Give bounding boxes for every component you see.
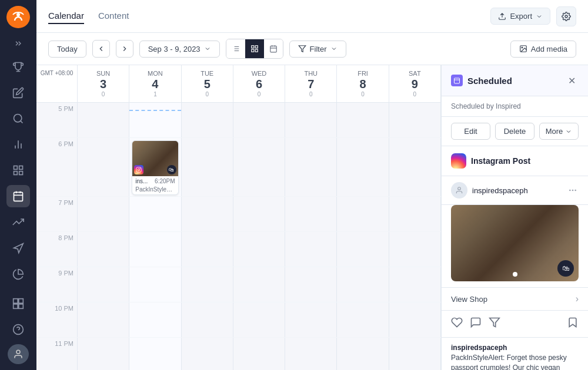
- app-logo[interactable]: [6, 6, 30, 28]
- like-icon[interactable]: [451, 317, 463, 331]
- day-header-wed[interactable]: Wed 6 0: [233, 65, 285, 102]
- cell-tue-7pm[interactable]: [182, 197, 233, 231]
- cell-thu-9pm[interactable]: [285, 267, 337, 302]
- cell-sat-8pm[interactable]: [389, 232, 441, 267]
- cell-sat-7pm[interactable]: [389, 197, 441, 231]
- day-header-sun[interactable]: Sun 3 0: [78, 65, 129, 102]
- share-icon[interactable]: [489, 317, 500, 331]
- cell-wed-10pm[interactable]: [233, 302, 285, 337]
- cell-tue-11pm[interactable]: [182, 338, 233, 370]
- cell-sat-5pm[interactable]: [389, 103, 441, 137]
- view-shop-row[interactable]: View Shop ›: [442, 288, 588, 311]
- cell-mon-11pm[interactable]: [129, 338, 181, 370]
- sidebar-item-campaigns[interactable]: [6, 237, 30, 259]
- sidebar-item-analytics[interactable]: [6, 133, 30, 156]
- cell-tue-8pm[interactable]: [182, 232, 233, 267]
- sidebar-item-growth[interactable]: [6, 211, 30, 233]
- cell-sun-8pm[interactable]: [78, 232, 129, 267]
- sidebar-user-avatar[interactable]: [8, 344, 29, 364]
- cell-sun-10pm[interactable]: [78, 302, 129, 337]
- cell-fri-7pm[interactable]: [337, 197, 389, 231]
- cell-fri-9pm[interactable]: [337, 267, 389, 302]
- sidebar-item-trophy[interactable]: [6, 56, 30, 78]
- cell-sun-6pm[interactable]: [78, 138, 129, 196]
- cell-tue-9pm[interactable]: [182, 267, 233, 302]
- cell-mon-9pm[interactable]: [129, 267, 181, 302]
- day-header-tue[interactable]: Tue 5 0: [182, 65, 233, 102]
- cell-fri-11pm[interactable]: [337, 338, 389, 370]
- day-header-thu[interactable]: Thu 7 0: [285, 65, 337, 102]
- tab-calendar[interactable]: Calendar: [48, 8, 84, 24]
- cell-tue-5pm[interactable]: [182, 103, 233, 137]
- sidebar-item-planner[interactable]: [6, 159, 30, 181]
- list-view-button[interactable]: [226, 39, 245, 58]
- bookmark-icon[interactable]: [567, 317, 579, 331]
- cell-fri-5pm[interactable]: [337, 103, 389, 137]
- month-view-button[interactable]: [264, 39, 283, 58]
- grid-view-button[interactable]: [245, 39, 264, 58]
- cell-thu-8pm[interactable]: [285, 232, 337, 267]
- cell-sat-6pm[interactable]: [389, 138, 441, 196]
- cell-wed-9pm[interactable]: [233, 267, 285, 302]
- cell-thu-7pm[interactable]: [285, 197, 337, 231]
- cell-thu-11pm[interactable]: [285, 338, 337, 370]
- account-options-button[interactable]: [567, 184, 579, 196]
- sidebar-item-search[interactable]: [6, 107, 30, 130]
- cell-thu-10pm[interactable]: [285, 302, 337, 337]
- more-button[interactable]: More: [539, 123, 579, 140]
- tab-content[interactable]: Content: [98, 8, 129, 24]
- sidebar-expand-button[interactable]: [6, 36, 30, 50]
- cell-wed-11pm[interactable]: [233, 338, 285, 370]
- delete-button[interactable]: Delete: [495, 123, 534, 140]
- right-panel: Scheduled ✕ Scheduled by Inspired Edit D…: [441, 65, 588, 370]
- cell-mon-6pm[interactable]: 🛍 ins... 6:20PM PackInStyleAl...: [129, 138, 181, 196]
- filter-button[interactable]: Filter: [289, 41, 346, 58]
- export-button[interactable]: Export: [490, 8, 550, 25]
- cell-sun-7pm[interactable]: [78, 197, 129, 231]
- cell-mon-5pm[interactable]: [129, 103, 181, 137]
- event-card-instagram[interactable]: 🛍 ins... 6:20PM PackInStyleAl...: [132, 140, 178, 195]
- add-media-button[interactable]: Add media: [510, 41, 576, 58]
- cell-thu-6pm[interactable]: [285, 138, 337, 196]
- day-header-mon[interactable]: Mon 4 1: [129, 65, 181, 102]
- cell-mon-8pm[interactable]: [129, 232, 181, 267]
- post-image[interactable]: 🛍: [451, 205, 579, 281]
- date-range-picker[interactable]: Sep 3 - 9, 2023: [139, 41, 220, 58]
- cell-wed-5pm[interactable]: [233, 103, 285, 137]
- comment-icon[interactable]: [470, 317, 482, 331]
- sidebar-item-reports[interactable]: [6, 263, 30, 285]
- cell-sat-10pm[interactable]: [389, 302, 441, 337]
- panel-close-button[interactable]: ✕: [564, 73, 579, 88]
- cell-tue-10pm[interactable]: [182, 302, 233, 337]
- cell-mon-7pm[interactable]: [129, 197, 181, 231]
- cell-sun-5pm[interactable]: [78, 103, 129, 137]
- time-row-7pm: 7 PM: [36, 197, 441, 232]
- cell-sun-11pm[interactable]: [78, 338, 129, 370]
- cell-fri-10pm[interactable]: [337, 302, 389, 337]
- edit-button[interactable]: Edit: [451, 123, 490, 140]
- sidebar-item-apps[interactable]: [6, 292, 30, 315]
- prev-week-button[interactable]: [92, 40, 110, 58]
- cell-sat-11pm[interactable]: [389, 338, 441, 370]
- day-header-fri[interactable]: Fri 8 0: [337, 65, 389, 102]
- sidebar-item-compose[interactable]: [6, 82, 30, 104]
- cell-sun-9pm[interactable]: [78, 267, 129, 302]
- day-header-sat[interactable]: Sat 9 0: [389, 65, 441, 102]
- cell-sat-9pm[interactable]: [389, 267, 441, 302]
- settings-button[interactable]: [556, 6, 576, 26]
- event-name: ins...: [135, 178, 148, 184]
- cell-wed-8pm[interactable]: [233, 232, 285, 267]
- cell-mon-10pm[interactable]: [129, 302, 181, 337]
- svg-marker-36: [299, 46, 306, 52]
- cell-fri-6pm[interactable]: [337, 138, 389, 196]
- cell-fri-8pm[interactable]: [337, 232, 389, 267]
- today-button[interactable]: Today: [48, 41, 86, 58]
- cell-thu-5pm[interactable]: [285, 103, 337, 137]
- next-week-button[interactable]: [116, 40, 133, 58]
- cell-wed-7pm[interactable]: [233, 197, 285, 231]
- sidebar-item-calendar[interactable]: [6, 185, 30, 207]
- cell-tue-6pm[interactable]: [182, 138, 233, 196]
- sidebar-item-help[interactable]: [6, 318, 30, 341]
- cell-wed-6pm[interactable]: [233, 138, 285, 196]
- svg-rect-28: [251, 46, 253, 48]
